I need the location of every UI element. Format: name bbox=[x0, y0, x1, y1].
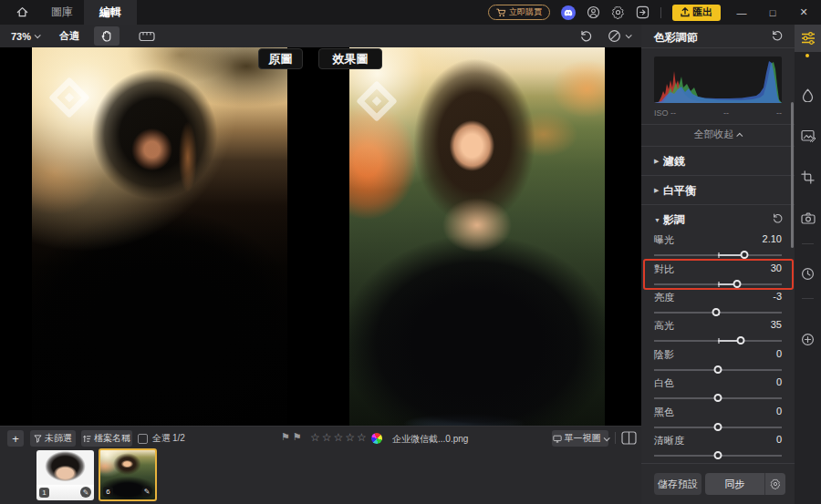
contrast-highlight-box bbox=[643, 259, 794, 290]
slider-track[interactable] bbox=[654, 336, 782, 345]
collapse-all-button[interactable]: 全部收起 bbox=[641, 128, 795, 141]
thumbnail-badge: 1 bbox=[39, 488, 49, 498]
photo-original[interactable] bbox=[32, 47, 287, 426]
thumbnail-1[interactable]: 1 ✎ bbox=[36, 450, 94, 500]
slider-track[interactable] bbox=[654, 365, 782, 374]
chevron-down-icon bbox=[603, 435, 609, 441]
camera-tool-button[interactable] bbox=[795, 204, 821, 231]
adjustments-tool-button[interactable] bbox=[795, 25, 821, 52]
slider-blacks: 黑色0 bbox=[654, 406, 782, 433]
discord-icon[interactable] bbox=[561, 5, 576, 20]
triangle-right-icon: ▶ bbox=[654, 158, 663, 165]
crop-tool-button[interactable] bbox=[795, 163, 821, 190]
tone-reset-icon[interactable] bbox=[772, 212, 784, 224]
compare-preview-dropdown[interactable] bbox=[608, 29, 630, 43]
undo-icon[interactable] bbox=[579, 29, 593, 43]
panel-scrollbar[interactable] bbox=[791, 102, 794, 248]
monitor-icon bbox=[553, 435, 562, 443]
slider-brightness: 亮度-3 bbox=[654, 291, 782, 318]
sort-button[interactable]: 檔案名稱 bbox=[81, 430, 132, 447]
plus-circle-icon bbox=[801, 333, 815, 346]
zoom-level-dropdown[interactable]: 73% bbox=[11, 31, 39, 42]
divider bbox=[641, 204, 795, 205]
history-tool-button[interactable] bbox=[795, 260, 821, 287]
section-white-balance[interactable]: ▶ 白平衡 bbox=[641, 177, 795, 204]
maximize-button[interactable]: □ bbox=[763, 0, 783, 25]
sync-button[interactable]: 同步 bbox=[705, 473, 765, 495]
buy-now-button[interactable]: 立即購買 bbox=[488, 5, 550, 20]
slider-clarity: 清晰度0 bbox=[654, 434, 782, 461]
exif-mid: -- bbox=[723, 108, 729, 118]
slider-exposure: 曝光2.10 bbox=[654, 233, 782, 261]
slider-handle[interactable] bbox=[741, 251, 749, 259]
hand-tool-button[interactable] bbox=[94, 26, 120, 46]
image-edit-icon bbox=[801, 129, 816, 142]
slider-handle[interactable] bbox=[736, 336, 744, 345]
teardrop-icon bbox=[802, 88, 814, 102]
section-filter[interactable]: ▶ 濾鏡 bbox=[641, 148, 795, 175]
filter-button[interactable]: 未篩選 bbox=[30, 430, 76, 447]
slider-track[interactable] bbox=[654, 308, 782, 316]
dual-view-button[interactable] bbox=[621, 431, 637, 445]
tab-gallery[interactable]: 圖庫 bbox=[40, 0, 84, 25]
color-label-wheel-icon[interactable] bbox=[371, 433, 382, 444]
flag-icons[interactable]: ⚑⚑ bbox=[281, 431, 305, 443]
retouch-tool-button[interactable] bbox=[795, 81, 821, 108]
tab-edit[interactable]: 編輯 bbox=[84, 0, 137, 25]
watermark-diamond-icon bbox=[48, 77, 90, 118]
slider-track[interactable] bbox=[654, 451, 782, 459]
fit-button[interactable]: 合適 bbox=[59, 29, 79, 43]
panel-title: 色彩調節 bbox=[654, 30, 698, 46]
select-all-checkbox[interactable]: 全選 bbox=[138, 432, 171, 445]
add-photo-button[interactable]: + bbox=[7, 430, 24, 447]
thumbnail-2-selected[interactable]: 6 ✎ bbox=[99, 448, 157, 501]
panel-header: 色彩調節 bbox=[641, 25, 795, 48]
export-button[interactable]: 匯出 bbox=[672, 5, 721, 21]
star-rating[interactable]: ☆☆☆☆☆ bbox=[310, 431, 369, 444]
filmstrip-bar: + 未篩選 檔案名稱 全選 1/2 ⚑⚑ ☆☆☆☆☆ 企业微信截...0.png… bbox=[0, 426, 641, 504]
sliders-icon bbox=[801, 32, 816, 45]
divider bbox=[641, 175, 795, 176]
current-filename: 企业微信截...0.png bbox=[392, 433, 468, 446]
slider-handle[interactable] bbox=[714, 451, 722, 459]
chevron-down-icon bbox=[35, 32, 41, 38]
share-arrow-icon[interactable] bbox=[636, 5, 650, 19]
slider-handle[interactable] bbox=[714, 423, 722, 431]
home-button[interactable] bbox=[9, 4, 35, 21]
strip-divider bbox=[802, 243, 814, 244]
settings-gear-icon[interactable] bbox=[611, 5, 625, 19]
sync-button-group: 同步 bbox=[705, 473, 785, 495]
slider-shadows: 陰影0 bbox=[654, 348, 782, 375]
slider-track[interactable] bbox=[654, 251, 782, 259]
slider-track[interactable] bbox=[654, 423, 782, 431]
home-icon bbox=[16, 5, 29, 19]
titlebar-separator bbox=[660, 7, 661, 18]
edited-pencil-icon: ✎ bbox=[80, 487, 91, 498]
ruler-tool-button[interactable] bbox=[134, 26, 160, 46]
view-mode-dropdown[interactable]: 單一視圖 bbox=[552, 430, 608, 447]
slider-handle[interactable] bbox=[714, 394, 722, 402]
panel-reset-icon[interactable] bbox=[771, 29, 784, 42]
exif-info-row: ISO -- -- -- bbox=[654, 108, 782, 118]
account-icon[interactable] bbox=[587, 5, 600, 19]
slider-track[interactable] bbox=[654, 394, 782, 402]
camera-icon bbox=[801, 212, 816, 224]
edited-pencil-icon: ✎ bbox=[141, 486, 152, 497]
slider-handle[interactable] bbox=[712, 308, 720, 316]
strip-divider bbox=[802, 298, 814, 299]
section-tone[interactable]: ▼ 影調 bbox=[641, 206, 795, 233]
save-preset-button[interactable]: 儲存預設 bbox=[654, 473, 701, 495]
hand-icon bbox=[100, 29, 113, 43]
close-button[interactable]: ✕ bbox=[794, 0, 814, 25]
add-panel-button[interactable] bbox=[795, 325, 821, 353]
tool-strip bbox=[795, 25, 821, 504]
minimize-button[interactable]: — bbox=[732, 0, 752, 25]
triangle-down-icon: ▼ bbox=[654, 217, 663, 223]
slider-handle[interactable] bbox=[714, 365, 722, 374]
clock-icon bbox=[801, 267, 815, 281]
sync-settings-button[interactable] bbox=[765, 473, 785, 495]
photo-effect[interactable] bbox=[349, 47, 605, 426]
sort-icon bbox=[83, 435, 91, 443]
image-edit-tool-button[interactable] bbox=[795, 122, 821, 149]
chevron-up-icon bbox=[736, 133, 743, 139]
